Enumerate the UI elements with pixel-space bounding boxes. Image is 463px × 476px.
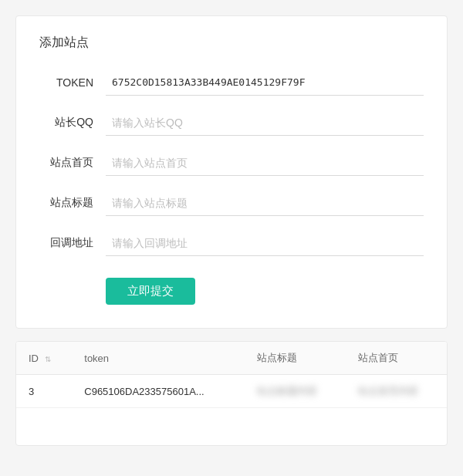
token-input[interactable]: [106, 69, 424, 96]
site-home-row: 站点首页: [39, 150, 424, 176]
cell-site-home: 站点首页内容: [346, 375, 447, 408]
callback-url-label: 回调地址: [39, 236, 93, 250]
form-title: 添加站点: [39, 35, 424, 51]
admin-qq-label: 站长QQ: [39, 116, 93, 130]
sites-table: ID ⇅ token 站点标题 站点首页 3 C965106DA23357560…: [16, 342, 447, 445]
col-header-id: ID ⇅: [16, 342, 72, 375]
submit-button[interactable]: 立即提交: [106, 278, 195, 305]
submit-row: 立即提交: [39, 272, 424, 305]
table-row-empty: [16, 408, 447, 445]
callback-url-row: 回调地址: [39, 230, 424, 256]
cell-site-home-value: 站点首页内容: [358, 385, 418, 397]
col-header-token: token: [72, 342, 244, 375]
table-header-row: ID ⇅ token 站点标题 站点首页: [16, 342, 447, 375]
cell-id: 3: [16, 375, 72, 408]
site-title-input[interactable]: [106, 190, 424, 216]
sites-table-card: ID ⇅ token 站点标题 站点首页 3 C965106DA23357560…: [15, 341, 448, 446]
cell-token: C965106DA233575601A...: [72, 375, 244, 408]
col-header-site-title: 站点标题: [245, 342, 346, 375]
cell-site-title: 站点标题内容: [245, 375, 346, 408]
table-row: 3 C965106DA233575601A... 站点标题内容 站点首页内容: [16, 375, 447, 408]
token-label: TOKEN: [39, 76, 93, 89]
admin-qq-input[interactable]: [106, 110, 424, 136]
table-scroll-container: ID ⇅ token 站点标题 站点首页 3 C965106DA23357560…: [16, 342, 447, 445]
admin-qq-row: 站长QQ: [39, 110, 424, 136]
empty-row-cell: [16, 408, 447, 445]
col-header-site-home: 站点首页: [346, 342, 447, 375]
page-container: 添加站点 TOKEN 站长QQ 站点首页 站点标题 回调地址 立即提交: [0, 0, 463, 476]
site-home-label: 站点首页: [39, 156, 93, 170]
add-site-form-card: 添加站点 TOKEN 站长QQ 站点首页 站点标题 回调地址 立即提交: [15, 15, 448, 329]
site-title-label: 站点标题: [39, 196, 93, 210]
site-home-input[interactable]: [106, 150, 424, 176]
sort-icon-id[interactable]: ⇅: [45, 355, 51, 363]
site-title-row: 站点标题: [39, 190, 424, 216]
cell-site-title-value: 站点标题内容: [257, 385, 317, 397]
token-row: TOKEN: [39, 69, 424, 96]
callback-url-input[interactable]: [106, 230, 424, 256]
